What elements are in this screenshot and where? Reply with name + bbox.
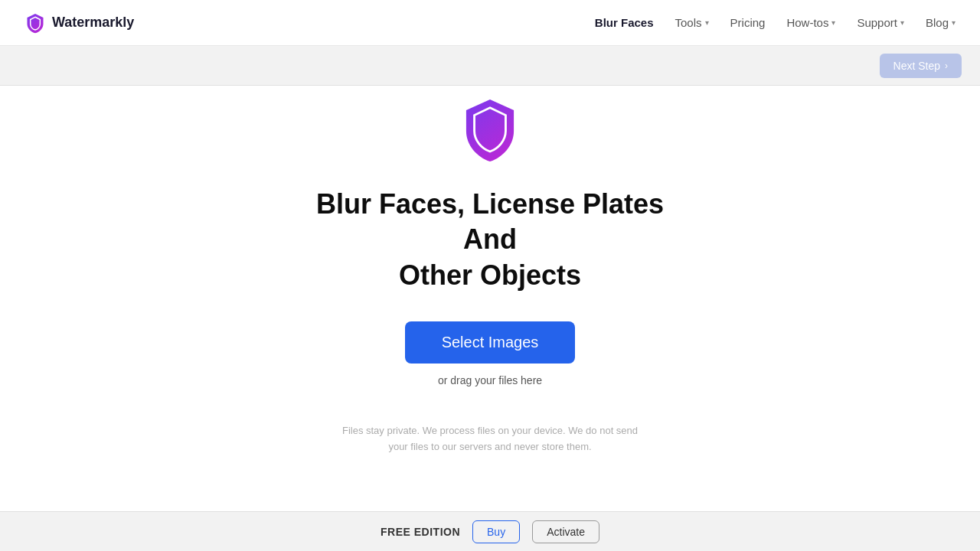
nav-item-blur-faces[interactable]: Blur Faces bbox=[595, 16, 654, 29]
toolbar: Next Step › bbox=[0, 46, 980, 86]
buy-button[interactable]: Buy bbox=[472, 520, 520, 543]
page-title: Blur Faces, License Plates And Other Obj… bbox=[291, 187, 689, 294]
nav-item-pricing[interactable]: Pricing bbox=[730, 16, 766, 29]
tools-chevron-icon: ▾ bbox=[705, 18, 709, 27]
privacy-notice: Files stay private. We process files on … bbox=[337, 423, 643, 455]
nav-item-tools[interactable]: Tools ▾ bbox=[675, 16, 709, 29]
header: Watermarkly Blur Faces Tools ▾ Pricing H… bbox=[0, 0, 980, 46]
support-chevron-icon: ▾ bbox=[900, 18, 904, 27]
main-nav: Blur Faces Tools ▾ Pricing How-tos ▾ Sup… bbox=[595, 16, 956, 29]
next-step-arrow-icon: › bbox=[945, 60, 948, 71]
how-tos-chevron-icon: ▾ bbox=[831, 18, 835, 27]
nav-item-how-tos[interactable]: How-tos ▾ bbox=[786, 16, 835, 29]
drag-drop-hint: or drag your files here bbox=[438, 374, 542, 386]
logo-text: Watermarkly bbox=[52, 15, 134, 31]
shield-logo-icon bbox=[456, 96, 524, 165]
logo-area[interactable]: Watermarkly bbox=[24, 12, 134, 34]
nav-item-blog[interactable]: Blog ▾ bbox=[926, 16, 956, 29]
footer: FREE EDITION Buy Activate bbox=[0, 511, 980, 551]
activate-button[interactable]: Activate bbox=[532, 520, 599, 543]
edition-label: FREE EDITION bbox=[381, 526, 460, 538]
watermarkly-logo-icon bbox=[24, 12, 46, 34]
blog-chevron-icon: ▾ bbox=[952, 18, 956, 27]
main-content: Blur Faces, License Plates And Other Obj… bbox=[0, 86, 980, 511]
nav-item-support[interactable]: Support ▾ bbox=[857, 16, 904, 29]
next-step-button[interactable]: Next Step › bbox=[880, 54, 962, 78]
select-images-button[interactable]: Select Images bbox=[405, 321, 576, 364]
